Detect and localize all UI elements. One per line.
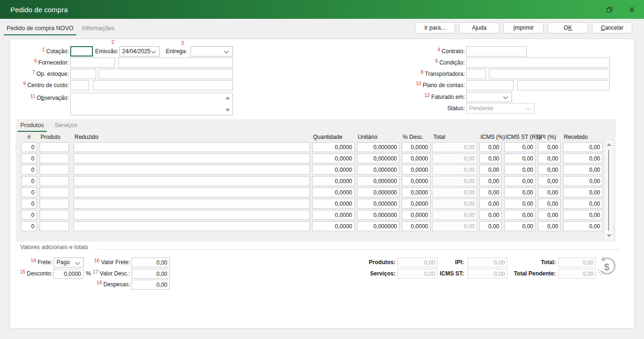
row-produto-input[interactable] xyxy=(40,199,69,209)
ok-button[interactable]: OK xyxy=(548,22,588,33)
despesas-input[interactable] xyxy=(132,280,170,290)
row-num-input[interactable] xyxy=(21,199,37,209)
tab-produtos[interactable]: Produtos xyxy=(17,121,47,132)
row-reduzido-input[interactable] xyxy=(74,165,310,175)
row-quantidade-input[interactable] xyxy=(312,210,355,220)
scrollbar-thumb[interactable] xyxy=(608,150,609,231)
valor-frete-input[interactable] xyxy=(132,258,170,267)
row-ipi-input[interactable] xyxy=(538,221,561,231)
row-quantidade-input[interactable] xyxy=(312,142,355,152)
row-reduzido-input[interactable] xyxy=(74,176,310,186)
row-quantidade-input[interactable] xyxy=(312,165,355,175)
valor-desc-input[interactable] xyxy=(132,269,170,279)
scroll-down-icon[interactable] xyxy=(225,109,230,112)
row-icms-st-input[interactable] xyxy=(504,187,536,197)
close-window-icon[interactable] xyxy=(622,0,641,19)
row-reduzido-input[interactable] xyxy=(74,153,310,163)
scrollbar-up-icon[interactable] xyxy=(607,143,611,146)
row-quantidade-input[interactable] xyxy=(312,221,355,231)
row-unitario-input[interactable] xyxy=(357,221,399,231)
transportadora-name-input[interactable] xyxy=(489,69,610,79)
row-num-input[interactable] xyxy=(21,221,37,231)
row-num-input[interactable] xyxy=(21,142,37,152)
entrega-date-select[interactable] xyxy=(190,46,233,56)
row-num-input[interactable] xyxy=(21,165,37,175)
row-desc-input[interactable] xyxy=(402,142,430,152)
tab-servicos[interactable]: Serviços xyxy=(52,121,80,131)
plano-de-contas-code-input[interactable] xyxy=(466,80,513,90)
row-num-input[interactable] xyxy=(21,187,37,197)
row-ipi-input[interactable] xyxy=(538,187,561,197)
row-num-input[interactable] xyxy=(21,153,37,163)
row-icms-input[interactable] xyxy=(479,153,502,163)
row-icms-input[interactable] xyxy=(479,199,502,209)
row-icms-st-input[interactable] xyxy=(504,199,536,209)
row-icms-st-input[interactable] xyxy=(504,176,536,186)
restore-window-icon[interactable] xyxy=(600,0,619,19)
row-unitario-input[interactable] xyxy=(357,187,399,197)
row-num-input[interactable] xyxy=(21,176,37,186)
transportadora-code-input[interactable] xyxy=(466,69,486,79)
row-produto-input[interactable] xyxy=(40,187,69,197)
row-icms-input[interactable] xyxy=(479,210,502,220)
row-produto-input[interactable] xyxy=(40,153,69,163)
imprimir-button[interactable]: Imprimir xyxy=(504,22,544,33)
tab-informacoes[interactable]: Informações xyxy=(79,24,117,34)
row-icms-st-input[interactable] xyxy=(504,221,536,231)
row-ipi-input[interactable] xyxy=(538,199,561,209)
row-unitario-input[interactable] xyxy=(357,153,399,163)
emissao-date-select[interactable]: 24/04/2025 xyxy=(119,46,160,56)
row-unitario-input[interactable] xyxy=(357,176,399,186)
row-produto-input[interactable] xyxy=(40,176,69,186)
row-desc-input[interactable] xyxy=(402,176,430,186)
row-recebido-input[interactable] xyxy=(563,221,603,231)
centro-de-custo-code-input[interactable] xyxy=(70,80,89,90)
row-num-input[interactable] xyxy=(21,210,37,220)
row-ipi-input[interactable] xyxy=(538,210,561,220)
row-recebido-input[interactable] xyxy=(563,165,603,175)
row-quantidade-input[interactable] xyxy=(312,199,355,209)
row-icms-st-input[interactable] xyxy=(504,165,536,175)
row-desc-input[interactable] xyxy=(402,165,430,175)
op-estoque-code-input[interactable] xyxy=(70,69,96,79)
cancelar-button[interactable]: Cancelar xyxy=(592,22,632,33)
row-icms-st-input[interactable] xyxy=(504,153,536,163)
fornecedor-code-input[interactable] xyxy=(70,57,115,68)
row-produto-input[interactable] xyxy=(40,221,69,231)
plano-de-contas-name-input[interactable] xyxy=(517,80,610,90)
row-icms-input[interactable] xyxy=(479,221,502,231)
row-recebido-input[interactable] xyxy=(563,142,603,152)
row-desc-input[interactable] xyxy=(402,199,430,209)
row-reduzido-input[interactable] xyxy=(74,142,310,152)
row-ipi-input[interactable] xyxy=(538,176,561,186)
faturado-em-select[interactable] xyxy=(466,92,512,102)
row-unitario-input[interactable] xyxy=(357,165,399,175)
tab-pedido-de-compra-novo[interactable]: Pedido de compra NOVO xyxy=(4,24,76,35)
row-recebido-input[interactable] xyxy=(563,199,603,209)
scrollbar-down-icon[interactable] xyxy=(607,234,611,237)
row-reduzido-input[interactable] xyxy=(74,187,310,197)
row-icms-st-input[interactable] xyxy=(504,210,536,220)
grid-scrollbar[interactable] xyxy=(605,141,612,239)
row-ipi-input[interactable] xyxy=(538,165,561,175)
row-icms-input[interactable] xyxy=(479,165,502,175)
row-desc-input[interactable] xyxy=(402,210,430,220)
row-produto-input[interactable] xyxy=(40,165,69,175)
row-unitario-input[interactable] xyxy=(357,210,399,220)
row-quantidade-input[interactable] xyxy=(312,187,355,197)
row-quantidade-input[interactable] xyxy=(312,176,355,186)
row-icms-st-input[interactable] xyxy=(504,142,536,152)
row-recebido-input[interactable] xyxy=(563,187,603,197)
row-icms-input[interactable] xyxy=(479,187,502,197)
row-produto-input[interactable] xyxy=(40,142,69,152)
condicao-input[interactable] xyxy=(466,57,610,68)
row-unitario-input[interactable] xyxy=(357,142,399,152)
row-recebido-input[interactable] xyxy=(563,153,603,163)
ajuda-button[interactable]: Ajuda xyxy=(459,22,499,33)
fornecedor-name-input[interactable] xyxy=(118,57,233,68)
row-ipi-input[interactable] xyxy=(538,153,561,163)
contrato-input[interactable] xyxy=(466,46,527,56)
op-estoque-name-input[interactable] xyxy=(99,69,233,79)
scroll-up-icon[interactable] xyxy=(225,97,230,99)
row-icms-input[interactable] xyxy=(479,142,502,152)
